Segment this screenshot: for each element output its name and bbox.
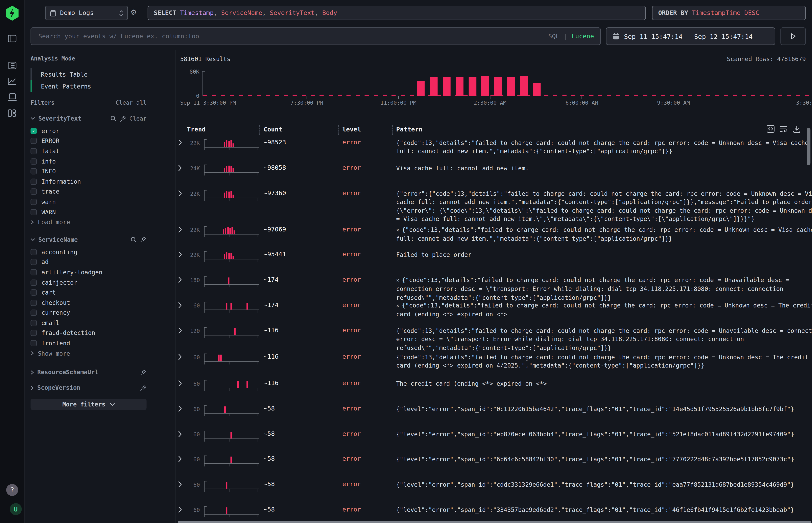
pin-icon[interactable] xyxy=(140,385,146,391)
expand-row-icon[interactable] xyxy=(178,164,182,171)
table-row[interactable]: 120 ~116 error {"code":13,"details":"fai… xyxy=(175,324,807,350)
filter-checkbox-item[interactable]: info xyxy=(31,156,146,166)
order-by-input[interactable]: ORDER BY TimestampTime DESC xyxy=(652,6,806,20)
checkbox[interactable] xyxy=(31,259,37,265)
checkbox[interactable] xyxy=(31,269,37,275)
gear-icon[interactable]: ⚙ xyxy=(131,7,136,17)
expand-row-icon[interactable] xyxy=(178,276,182,283)
filter-checkbox-item[interactable]: trace xyxy=(31,187,146,197)
sessions-icon[interactable] xyxy=(8,93,17,101)
checkbox[interactable] xyxy=(31,300,37,306)
analysis-mode-item[interactable]: Event Patterns xyxy=(31,80,146,92)
table-row[interactable]: 60 ~174 error ×{"code":13,"details":"fai… xyxy=(175,298,807,324)
download-icon[interactable] xyxy=(792,125,800,133)
filter-checkbox-item[interactable]: artillery-loadgen xyxy=(31,267,146,277)
app-logo-icon[interactable] xyxy=(5,6,19,21)
col-header-trend[interactable]: Trend xyxy=(187,126,206,133)
checkbox[interactable] xyxy=(31,310,37,316)
expand-row-icon[interactable] xyxy=(178,226,182,233)
select-query-input[interactable]: SELECT Timestamp, ServiceName, SeverityT… xyxy=(148,6,646,20)
filter-checkbox-item[interactable]: WARN xyxy=(31,207,146,217)
expand-row-icon[interactable] xyxy=(178,354,182,360)
checkbox[interactable] xyxy=(31,148,37,154)
view-source-icon[interactable] xyxy=(766,125,775,133)
lucene-mode-toggle[interactable]: Lucene xyxy=(571,33,594,40)
checkbox[interactable] xyxy=(31,330,37,336)
filter-checkbox-item[interactable]: checkout xyxy=(31,297,146,308)
filter-checkbox-item[interactable]: cainjector xyxy=(31,277,146,288)
vertical-scrollbar-thumb[interactable] xyxy=(807,128,810,165)
analysis-mode-item[interactable]: Results Table xyxy=(31,68,146,80)
filter-checkbox-item[interactable]: Information xyxy=(31,176,146,186)
pattern-cell[interactable]: {"level":"error","span_id":"eb870ecef063… xyxy=(396,430,812,439)
checkbox[interactable] xyxy=(31,168,37,175)
more-filters-button[interactable]: More filters xyxy=(31,399,146,410)
histogram-bar[interactable] xyxy=(443,77,451,96)
table-row[interactable]: 60 ~116 error The credit card (ending <*… xyxy=(175,376,807,402)
histogram-bar[interactable] xyxy=(507,77,515,96)
histogram-bar[interactable] xyxy=(417,80,425,96)
resource-schema-group[interactable]: ResourceSchemaUrl xyxy=(31,367,146,378)
sql-mode-toggle[interactable]: SQL xyxy=(548,33,560,40)
service-show-more[interactable]: Show more xyxy=(31,348,146,359)
expand-row-icon[interactable] xyxy=(178,139,182,146)
date-range-picker[interactable]: Sep 11 15:47:14 - Sep 12 15:47:14 xyxy=(606,28,775,45)
table-row[interactable]: 60 ~116 error {"code":13,"details":"fail… xyxy=(175,350,807,376)
pattern-cell[interactable]: {"code":13,"details":"failed to charge c… xyxy=(396,139,812,156)
filter-checkbox-item[interactable]: email xyxy=(31,318,146,328)
filter-checkbox-item[interactable]: fatal xyxy=(31,146,146,156)
pattern-cell[interactable]: {"level":"error","span_id":"6b64c6c58842… xyxy=(396,455,812,464)
sidebar-toggle-icon[interactable] xyxy=(8,35,17,42)
checkbox[interactable] xyxy=(31,340,37,346)
pattern-cell[interactable]: {"level":"error","span_id":"334357bae9ed… xyxy=(396,506,812,514)
checkbox[interactable] xyxy=(31,249,37,255)
table-row[interactable]: 60 ~58 error {"level":"error","span_id":… xyxy=(175,503,807,523)
histogram-bar[interactable] xyxy=(430,77,438,96)
search-icon[interactable] xyxy=(110,115,117,122)
filter-checkbox-item[interactable]: cart xyxy=(31,288,146,297)
expand-row-icon[interactable] xyxy=(178,327,182,334)
pattern-cell[interactable]: The credit card (ending <*> expired on <… xyxy=(396,379,812,388)
table-row[interactable]: 22K ~97069 error ×{"code":13,"details":"… xyxy=(175,222,807,247)
filter-checkbox-item[interactable]: fraud-detection xyxy=(31,328,146,338)
wrap-text-icon[interactable] xyxy=(779,125,788,133)
table-row[interactable]: 180 ~174 error ×{"code":13,"details":"fa… xyxy=(175,273,807,298)
expand-row-icon[interactable] xyxy=(178,506,182,513)
pattern-cell[interactable]: Failed to place order xyxy=(396,251,812,259)
pattern-cell[interactable]: {"level":"error","span_id":"0c11220615ba… xyxy=(396,405,812,413)
expand-row-icon[interactable] xyxy=(178,190,182,197)
search-input[interactable] xyxy=(37,32,544,40)
table-row[interactable]: 24K ~98058 error Visa cache full: cannot… xyxy=(175,161,807,186)
histogram-bar[interactable] xyxy=(533,83,541,96)
col-header-count[interactable]: Count xyxy=(264,126,282,133)
col-header-pattern[interactable]: Pattern xyxy=(396,126,422,133)
filter-checkbox-item[interactable]: warn xyxy=(31,197,146,207)
checkbox[interactable] xyxy=(31,290,37,296)
filter-checkbox-item[interactable]: currency xyxy=(31,308,146,318)
histogram-bar[interactable] xyxy=(481,76,489,96)
table-row[interactable]: 22K ~98523 error {"code":13,"details":"f… xyxy=(175,136,807,161)
source-select[interactable]: Demo Logs xyxy=(45,6,128,20)
pattern-cell[interactable]: {"code":13,"details":"failed to charge c… xyxy=(396,353,812,370)
checkbox[interactable] xyxy=(31,158,37,164)
histogram-bar[interactable] xyxy=(456,76,463,96)
run-query-button[interactable] xyxy=(780,28,806,45)
pattern-cell[interactable]: {"level":"error","span_id":"cddc331329e6… xyxy=(396,481,812,489)
filter-checkbox-item[interactable]: accounting xyxy=(31,247,146,257)
pattern-cell[interactable]: ×{"code":13,"details":"failed to charge … xyxy=(396,226,812,243)
checkbox[interactable] xyxy=(31,138,37,144)
checkbox[interactable] xyxy=(31,199,37,205)
table-row[interactable]: 22K ~97360 error {"error":{"code":13,"de… xyxy=(175,186,807,222)
clear-all-filters-button[interactable]: Clear all xyxy=(116,100,147,106)
expand-row-icon[interactable] xyxy=(178,481,182,488)
table-row[interactable]: 22K ~95441 error Failed to place order xyxy=(175,247,807,273)
pin-icon[interactable] xyxy=(140,236,146,243)
severity-load-more[interactable]: Load more xyxy=(31,217,146,227)
histogram-bar[interactable] xyxy=(494,77,502,96)
pin-icon[interactable] xyxy=(120,115,126,122)
expand-row-icon[interactable] xyxy=(178,251,182,258)
checkbox[interactable]: ✓ xyxy=(31,128,37,134)
pattern-cell[interactable]: ×{"code":13,"details":"failed to charge … xyxy=(396,276,812,302)
chart-explorer-icon[interactable] xyxy=(8,77,17,85)
expand-row-icon[interactable] xyxy=(178,405,182,412)
